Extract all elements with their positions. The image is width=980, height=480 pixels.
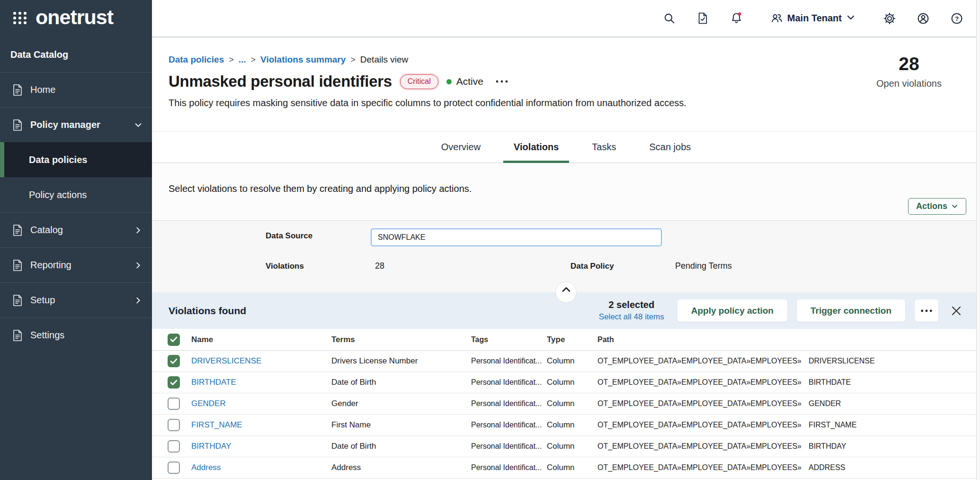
- path-prefix: OT_EMPLOYEE_DATA»EMPLOYEE_DATA»EMPLOYEES…: [597, 463, 802, 471]
- path-leaf: GENDER: [809, 399, 841, 408]
- tab-overview[interactable]: Overview: [431, 132, 491, 163]
- page-header: Data policies>...>Violations summary>Det…: [152, 37, 980, 131]
- cell-tags: Personal Identificat...: [471, 421, 542, 429]
- product-name: Data Catalog: [0, 37, 152, 72]
- sidebar-item-label: Catalog: [30, 225, 127, 235]
- trigger-connection-button[interactable]: Trigger connection: [797, 299, 905, 322]
- sidebar-item-label: Home: [30, 84, 143, 95]
- cell-path: OT_EMPLOYEE_DATA»EMPLOYEE_DATA»EMPLOYEES…: [597, 378, 851, 387]
- open-violations-stat: 28 Open violations: [866, 54, 952, 89]
- tenant-switcher[interactable]: Main Tenant: [770, 12, 855, 25]
- document-icon: [12, 259, 23, 272]
- vertical-scrollbar[interactable]: [976, 0, 980, 480]
- sidebar-item-setup[interactable]: Setup: [0, 282, 152, 317]
- document-check-icon[interactable]: [696, 12, 709, 25]
- open-violations-count: 28: [866, 54, 952, 74]
- app-switcher-dots-icon[interactable]: [12, 10, 28, 28]
- severity-badge: Critical: [400, 74, 438, 89]
- app-root: onetrust Data Catalog HomePolicy manager…: [0, 0, 980, 480]
- table-row: BIRTHDAYDate of BirthPersonal Identifica…: [152, 436, 980, 457]
- notifications-bell-icon[interactable]: [730, 12, 743, 25]
- sidebar-item-settings[interactable]: Settings: [0, 317, 152, 353]
- cell-tags: Personal Identificat...: [471, 399, 542, 408]
- cell-name-link[interactable]: FIRST_NAME: [191, 420, 242, 430]
- cell-tags: Personal Identificat...: [471, 442, 542, 451]
- table-header-row: Name Terms Tags Type Path: [152, 329, 980, 351]
- open-violations-label: Open violations: [866, 78, 952, 89]
- cell-name-link[interactable]: BIRTHDAY: [191, 442, 231, 451]
- actions-button[interactable]: Actions: [908, 198, 966, 215]
- tab-tasks[interactable]: Tasks: [581, 132, 626, 163]
- tab-violations[interactable]: Violations: [503, 132, 569, 163]
- data-source-input[interactable]: [371, 228, 662, 246]
- tab-bar: OverviewViolationsTasksScan jobs: [152, 131, 980, 163]
- settings-gear-icon[interactable]: [883, 12, 896, 25]
- table-row: GENDERGenderPersonal Identificat...Colum…: [152, 393, 980, 415]
- cell-type: Column: [547, 463, 575, 472]
- sidebar-item-catalog[interactable]: Catalog: [0, 212, 152, 247]
- brand-logo[interactable]: onetrust: [0, 0, 152, 37]
- sidebar-item-label: Policy actions: [29, 190, 143, 200]
- main-content: Main Tenant ?: [152, 0, 980, 480]
- cell-path: OT_EMPLOYEE_DATA»EMPLOYEE_DATA»EMPLOYEES…: [597, 463, 845, 472]
- tenant-people-icon: [770, 12, 783, 25]
- column-header-terms: Terms: [331, 335, 355, 344]
- select-all-checkbox[interactable]: [168, 334, 180, 346]
- breadcrumb-separator: >: [251, 55, 256, 65]
- table-row: AddressAddressPersonal Identificat...Col…: [152, 457, 980, 479]
- title-more-menu-icon[interactable]: [495, 80, 508, 83]
- path-prefix: OT_EMPLOYEE_DATA»EMPLOYEE_DATA»EMPLOYEES…: [597, 399, 802, 408]
- row-checkbox[interactable]: [168, 398, 180, 410]
- select-all-link[interactable]: Select all 48 items: [599, 312, 664, 322]
- table-row: FIRST_NAMEFirst NamePersonal Identificat…: [152, 415, 980, 436]
- apply-policy-action-button[interactable]: Apply policy action: [677, 299, 787, 322]
- close-selection-icon[interactable]: [951, 305, 962, 317]
- help-icon[interactable]: ?: [950, 12, 963, 25]
- chevron-down-icon: [134, 121, 143, 129]
- cell-name-link[interactable]: BIRTHDATE: [191, 378, 236, 387]
- breadcrumb-item[interactable]: Violations summary: [260, 54, 346, 65]
- status-indicator: Active: [446, 76, 483, 87]
- cell-type: Column: [547, 442, 575, 451]
- breadcrumb-item[interactable]: ...: [239, 54, 246, 65]
- more-actions-button[interactable]: [915, 299, 938, 322]
- tab-scan-jobs[interactable]: Scan jobs: [639, 132, 701, 163]
- cell-name-link[interactable]: DRIVERSLICENSE: [191, 356, 261, 366]
- row-checkbox[interactable]: [168, 355, 180, 367]
- breadcrumb-separator: >: [229, 55, 234, 65]
- data-policy-label: Data Policy: [570, 262, 614, 271]
- sidebar-item-label: Setup: [30, 295, 127, 306]
- document-icon: [12, 84, 23, 96]
- row-checkbox[interactable]: [168, 419, 180, 431]
- breadcrumb-separator: >: [350, 55, 356, 65]
- cell-name-link[interactable]: GENDER: [191, 399, 226, 408]
- row-checkbox[interactable]: [168, 376, 180, 389]
- sidebar-item-policy-actions[interactable]: Policy actions: [0, 177, 152, 212]
- account-icon[interactable]: [917, 12, 929, 25]
- chevron-down-icon: [951, 203, 958, 210]
- cell-terms: First Name: [331, 420, 371, 430]
- row-checkbox[interactable]: [168, 462, 180, 474]
- check-icon: [170, 358, 178, 364]
- violations-hint: Select violations to resolve them by cre…: [169, 183, 472, 194]
- cell-name-link[interactable]: Address: [191, 463, 221, 472]
- selected-count: 2 selected: [608, 299, 654, 310]
- sidebar: onetrust Data Catalog HomePolicy manager…: [0, 0, 152, 480]
- violations-table: Name Terms Tags Type Path DRIVERSLICENSE…: [152, 329, 980, 479]
- document-icon: [12, 224, 23, 236]
- cell-terms: Drivers License Number: [331, 356, 418, 366]
- path-leaf: DRIVERSLICENSE: [809, 357, 875, 365]
- cell-type: Column: [547, 356, 575, 366]
- check-icon: [170, 336, 178, 343]
- sidebar-item-policy-manager[interactable]: Policy manager: [0, 107, 152, 142]
- collapse-panel-button[interactable]: [555, 281, 577, 303]
- search-icon[interactable]: [663, 12, 676, 25]
- breadcrumb-item[interactable]: Data policies: [169, 54, 224, 65]
- sidebar-nav: HomePolicy managerData policiesPolicy ac…: [0, 72, 152, 353]
- sidebar-item-reporting[interactable]: Reporting: [0, 247, 152, 282]
- actions-button-label: Actions: [916, 201, 947, 211]
- row-checkbox[interactable]: [168, 440, 180, 453]
- sidebar-item-home[interactable]: Home: [0, 72, 152, 107]
- sidebar-item-data-policies[interactable]: Data policies: [0, 142, 152, 177]
- cell-path: OT_EMPLOYEE_DATA»EMPLOYEE_DATA»EMPLOYEES…: [597, 421, 856, 429]
